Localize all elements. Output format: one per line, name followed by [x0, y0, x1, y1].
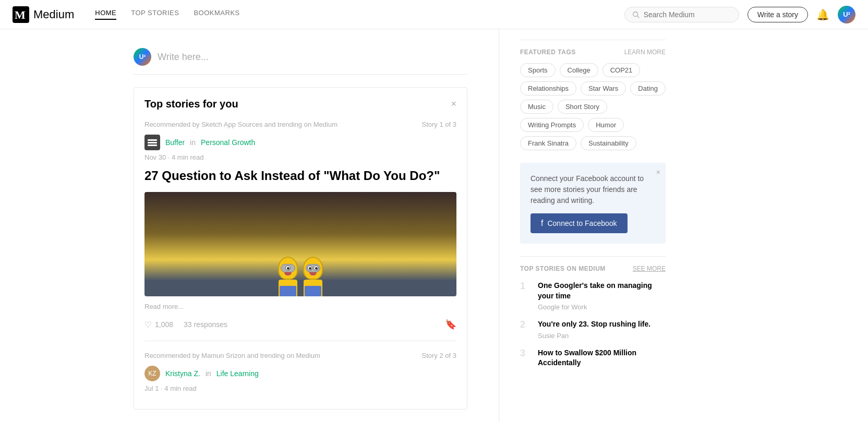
top-stories-header: Top stories for you × [144, 98, 456, 110]
tag-short-story[interactable]: Short Story [558, 100, 607, 114]
medium-story-3-title[interactable]: How to Swallow $200 Million Accidentally [538, 348, 666, 368]
write-avatar: U² [134, 48, 151, 66]
minion-1-pupil [287, 267, 290, 270]
write-story-button[interactable]: Write a story [748, 7, 808, 22]
logo[interactable]: M Medium [13, 6, 74, 23]
see-more-link[interactable]: SEE MORE [633, 265, 666, 272]
main-content: U² Write here... Top stories for you × R… [134, 29, 499, 422]
story-1-responses-count: 33 responses [184, 320, 227, 329]
tag-dating[interactable]: Dating [630, 81, 666, 95]
story-1-likes-count: 1,008 [155, 320, 173, 329]
notification-icon[interactable]: 🔔 [816, 8, 829, 21]
medium-story-1-number: 1 [520, 281, 531, 292]
heart-icon: ♡ [144, 320, 152, 330]
story-1-author-row: Buffer in Personal Growth [144, 135, 456, 150]
story-2-publication[interactable]: Life Learning [216, 369, 259, 378]
minion-1-body [279, 280, 297, 296]
minion-container [278, 257, 323, 296]
story-2-author[interactable]: Kristyna Z. [165, 369, 200, 378]
close-top-stories-button[interactable]: × [451, 99, 456, 110]
medium-story-3-content: How to Swallow $200 Million Accidentally [538, 348, 666, 370]
medium-story-3: 3 How to Swallow $200 Million Accidental… [520, 348, 666, 370]
tag-writing-prompts[interactable]: Writing Prompts [520, 118, 584, 132]
medium-story-1-title[interactable]: One Googler's take on managing your time [538, 281, 666, 301]
story-1-in: in [190, 138, 196, 147]
tag-relationships[interactable]: Relationships [520, 81, 576, 95]
svg-text:M: M [15, 8, 26, 21]
featured-tags-title: FEATURED TAGS [520, 49, 576, 56]
buffer-layer-2 [148, 142, 157, 143]
tag-sports[interactable]: Sports [520, 63, 556, 77]
story-1-responses[interactable]: 33 responses [184, 320, 227, 329]
tag-sustainability[interactable]: Sustainability [581, 136, 636, 150]
tags-grid: Sports College COP21 Relationships Star … [520, 63, 666, 150]
buffer-layer-3 [148, 145, 157, 146]
read-more-link[interactable]: Read more... [144, 303, 456, 310]
story-1-headline[interactable]: 27 Question to Ask Instead of "What Do Y… [144, 167, 456, 184]
minion-2-head [303, 257, 323, 280]
story-divider [144, 341, 456, 341]
fb-close-button[interactable]: × [656, 168, 660, 176]
buffer-icon [144, 135, 160, 150]
top-medium-title: TOP STORIES ON MEDIUM [520, 265, 606, 272]
story-1-publication[interactable]: Personal Growth [201, 138, 255, 147]
story-1-meta: Recommended by Sketch App Sources and tr… [144, 121, 456, 128]
top-medium-header: TOP STORIES ON MEDIUM SEE MORE [520, 256, 666, 272]
minion-2 [303, 257, 323, 296]
story-2-recommended: Recommended by Mamun Srizon and trending… [144, 352, 320, 359]
fb-connect-button[interactable]: f Connect to Facebook [531, 213, 628, 233]
sidebar: FEATURED TAGS LEARN MORE Sports College … [499, 29, 666, 422]
story-1-recommended: Recommended by Sketch App Sources and tr… [144, 121, 337, 128]
medium-story-2-number: 2 [520, 319, 531, 330]
minion-1 [278, 257, 298, 296]
minion-2-overalls [305, 286, 321, 296]
tag-music[interactable]: Music [520, 100, 553, 114]
medium-story-2-title[interactable]: You're only 23. Stop rushing life. [538, 319, 650, 330]
medium-story-2: 2 You're only 23. Stop rushing life. Sus… [520, 319, 666, 340]
minion-1-goggles [281, 264, 295, 272]
top-stories-card: Top stories for you × Recommended by Ske… [134, 87, 467, 410]
nav-bookmarks[interactable]: BOOKMARKS [194, 9, 239, 20]
story-1-actions: ♡ 1,008 33 responses 🔖 [144, 319, 456, 330]
story-2-author-row: KZ Kristyna Z. in Life Learning [144, 366, 456, 381]
svg-line-3 [637, 16, 639, 18]
tag-star-wars[interactable]: Star Wars [581, 81, 626, 95]
tag-college[interactable]: College [560, 63, 598, 77]
story-1-likes[interactable]: ♡ 1,008 [144, 320, 173, 330]
top-stories-title: Top stories for you [144, 98, 238, 110]
nav-top-stories[interactable]: TOP STORIES [131, 9, 179, 20]
minion-2-eye-right [314, 266, 319, 271]
tag-frank-sinatra[interactable]: Frank Sinatra [520, 136, 576, 150]
facebook-icon: f [541, 219, 543, 228]
minion-1-mouth [284, 272, 292, 275]
search-box[interactable] [624, 7, 739, 22]
logo-text: Medium [33, 8, 74, 21]
story-1-author[interactable]: Buffer [165, 138, 185, 147]
write-box: U² Write here... [134, 40, 467, 75]
medium-logo-icon: M [13, 6, 29, 23]
medium-story-2-content: You're only 23. Stop rushing life. Susie… [538, 319, 650, 340]
minion-2-eye-left [307, 266, 312, 271]
user-avatar[interactable]: U² [838, 6, 855, 23]
minion-1-head [278, 257, 298, 280]
sidebar-top-divider [520, 40, 666, 40]
fb-connect-label: Connect to Facebook [547, 219, 617, 227]
learn-more-link[interactable]: LEARN MORE [624, 49, 666, 56]
header: M Medium HOME TOP STORIES BOOKMARKS Writ… [0, 0, 868, 29]
nav-home[interactable]: HOME [95, 9, 116, 20]
fb-card-text: Connect your Facebook account to see mor… [531, 173, 655, 206]
tag-humor[interactable]: Humor [588, 118, 624, 132]
medium-story-1: 1 One Googler's take on managing your ti… [520, 281, 666, 311]
bookmark-icon[interactable]: 🔖 [445, 319, 456, 330]
medium-story-1-content: One Googler's take on managing your time… [538, 281, 666, 311]
write-placeholder[interactable]: Write here... [158, 52, 209, 63]
minion-2-pupil-left [309, 267, 311, 270]
story-2-meta: Recommended by Mamun Srizon and trending… [144, 352, 456, 359]
story-1-date: Nov 30 · 4 min read [144, 153, 456, 161]
medium-story-2-pub: Susie Pan [538, 332, 650, 340]
tag-cop21[interactable]: COP21 [602, 63, 641, 77]
header-right: Write a story 🔔 U² [624, 6, 855, 23]
search-input[interactable] [644, 10, 731, 19]
story-2-date: Jul 1 · 4 min read [144, 384, 456, 392]
minion-2-pupil-right [315, 267, 318, 270]
